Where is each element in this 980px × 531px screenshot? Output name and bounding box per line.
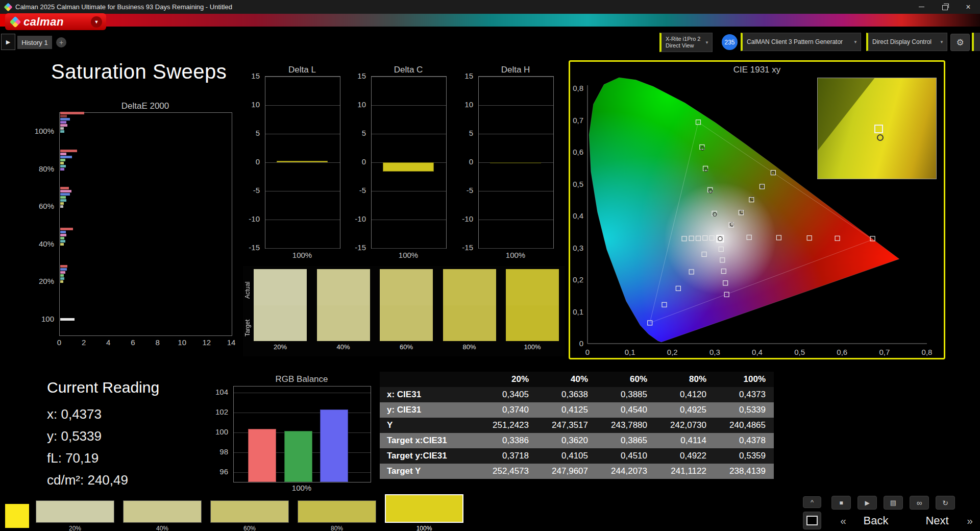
gridline: [265, 77, 340, 77]
gridline: [265, 162, 340, 163]
swatch-target: [380, 305, 433, 342]
table-cell: 0,3386: [478, 436, 537, 446]
svg-text:0,4: 0,4: [752, 348, 763, 356]
axis-tick-label: 4: [103, 338, 114, 347]
deltae-bar: [60, 196, 66, 199]
deltae-bar: [60, 240, 65, 243]
delta-bar: [490, 162, 541, 163]
calman-logo-text: calman: [23, 15, 64, 29]
swatch-cell: [317, 269, 370, 341]
deltae-bar: [60, 130, 64, 133]
table-cell: 242,0730: [655, 420, 715, 430]
app-icon: [4, 3, 13, 11]
current-reading-cdm2: cd/m²: 240,49: [47, 472, 128, 488]
deltae-bar: [60, 199, 66, 202]
current-reading-fl: fL: 70,19: [47, 450, 99, 466]
axis-tick-label: -10: [249, 214, 260, 223]
restore-button[interactable]: [933, 0, 957, 14]
stop-button[interactable]: ■: [831, 496, 851, 510]
play-button[interactable]: ▶: [857, 496, 877, 510]
workflow-panel-toggle-button[interactable]: ▶: [1, 34, 15, 50]
stop-icon: ■: [839, 499, 843, 506]
patch-60%[interactable]: [210, 500, 289, 523]
next-chevron-button[interactable]: »: [963, 515, 977, 527]
svg-text:0,7: 0,7: [573, 116, 583, 125]
svg-text:0,5: 0,5: [573, 180, 583, 188]
gridline: [265, 191, 340, 191]
mini-ylabels-2: 151050-5-10-15: [452, 76, 476, 248]
axis-tick-label: 6: [127, 338, 138, 347]
minimize-button[interactable]: [910, 0, 933, 14]
patch-40%[interactable]: [123, 500, 202, 523]
deltae-bar: [60, 118, 70, 120]
next-button[interactable]: Next: [913, 514, 962, 527]
svg-text:0,2: 0,2: [667, 348, 678, 356]
tab-history-1[interactable]: History 1: [17, 36, 52, 49]
table-cell: 0,4922: [655, 451, 715, 461]
table-cell: 252,4573: [478, 466, 537, 476]
back-chevron-button[interactable]: «: [836, 515, 850, 527]
cie-inset-measured-marker: [877, 134, 884, 141]
meter-dropdown[interactable]: X-Rite i1Pro 2 Direct View ▼: [659, 33, 713, 52]
svg-text:0,8: 0,8: [573, 84, 583, 92]
table-cell: 0,3718: [478, 451, 537, 461]
patch-100%[interactable]: [385, 494, 463, 523]
gridline: [265, 105, 340, 106]
table-cell: 0,4540: [596, 405, 655, 415]
delta-h-xlabel: 100%: [478, 251, 553, 259]
axis-tick-label: 40%: [39, 239, 54, 248]
calman-menu-button[interactable]: ▼: [91, 16, 102, 28]
current-reading-x: x: 0,4373: [47, 406, 102, 422]
delta-bar: [383, 162, 434, 172]
display-control-dropdown[interactable]: Direct Display Control ▼: [866, 33, 947, 51]
axis-tick-label: 14: [226, 338, 237, 347]
deltae-bar: [60, 231, 66, 233]
patch-20%[interactable]: [36, 500, 114, 523]
axis-tick-label: 0: [256, 157, 260, 166]
patch-80%[interactable]: [298, 500, 376, 523]
table-cell: 238,4139: [715, 466, 774, 476]
pattern-generator-dropdown[interactable]: CalMAN Client 3 Pattern Generator ▼: [741, 33, 861, 51]
axis-tick-label: -5: [359, 186, 366, 195]
save-button[interactable]: ▤: [884, 496, 903, 510]
axis-tick-label: 20%: [39, 277, 54, 285]
add-tab-button[interactable]: +: [56, 37, 66, 47]
cie-inset: [817, 78, 937, 179]
row-label: y: CIE31: [380, 405, 478, 415]
mini-ylabels-1: 151050-5-10-15: [345, 76, 369, 248]
window-title: Calman 2025 Calman Ultimate for Business…: [15, 3, 232, 11]
calman-logo[interactable]: calman ▼: [5, 13, 106, 30]
axis-tick-label: -15: [355, 243, 366, 252]
rgb-plot: [233, 386, 371, 482]
swatch-cell: [254, 269, 307, 341]
collapse-button[interactable]: ^: [803, 496, 821, 508]
deltae-xlabels: 02468101214: [59, 338, 243, 347]
svg-text:0,2: 0,2: [573, 275, 583, 284]
deltae-bar: [60, 127, 64, 130]
back-button[interactable]: Back: [851, 514, 900, 527]
swatch-actual: [317, 269, 370, 305]
axis-tick-label: 100%: [35, 127, 54, 135]
gridline: [372, 248, 446, 249]
current-reading-y: y: 0,5339: [47, 428, 102, 444]
axis-tick-label: -5: [467, 186, 473, 195]
continuous-measure-button[interactable]: ∞: [910, 496, 929, 510]
close-button[interactable]: ×: [957, 0, 980, 14]
settings-button[interactable]: ⚙: [950, 34, 970, 51]
deltae-title: DeltaE 2000: [59, 101, 231, 111]
row-label: x: CIE31: [380, 390, 478, 400]
meter-count-badge[interactable]: 235: [722, 34, 738, 50]
axis-tick-label: 0: [54, 338, 65, 347]
table-header-cell: 40%: [537, 374, 596, 384]
table-cell: 0,4105: [537, 451, 596, 461]
chevron-up-icon: ^: [811, 498, 814, 506]
repeat-button[interactable]: ↻: [936, 496, 955, 510]
pattern-toggle-button[interactable]: [803, 512, 821, 529]
axis-tick-label: 5: [256, 129, 260, 137]
gridline: [265, 220, 340, 220]
axis-tick-label: 80%: [39, 164, 54, 173]
clipped-control[interactable]: [972, 33, 980, 51]
axis-tick-label: 102: [215, 407, 228, 416]
axis-tick-label: 60%: [39, 202, 54, 210]
svg-text:0,1: 0,1: [625, 348, 635, 356]
